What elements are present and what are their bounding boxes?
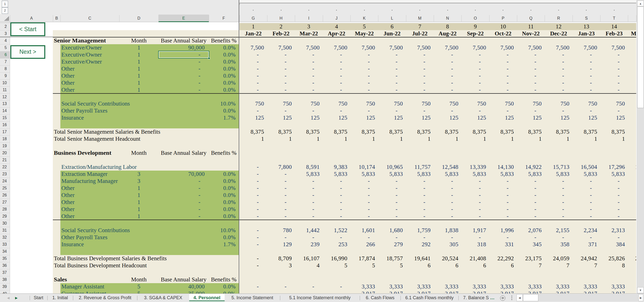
next-button[interactable]: Next > [10, 45, 45, 59]
row-header-36[interactable]: 36 [0, 262, 10, 269]
row-header-3[interactable]: 3 [0, 30, 10, 37]
sheet-tab-7-balance-s[interactable]: 7. Balance S … [458, 294, 499, 301]
benefits-cell[interactable]: 0.0% [209, 206, 239, 213]
row-header-21[interactable]: 21 [0, 157, 10, 164]
row-label[interactable]: Social Security Contributions [61, 100, 119, 107]
benefits-cell[interactable]: 0.0% [209, 107, 239, 114]
salary-cell[interactable]: - [158, 192, 209, 199]
benefits-cell[interactable]: 0.0% [209, 86, 239, 93]
row-label[interactable]: Executive/Owner [61, 44, 119, 51]
salary-cell[interactable]: - [158, 65, 209, 72]
benefits-cell[interactable]: 0.0% [209, 192, 239, 199]
row-header-39[interactable]: 39 [0, 283, 10, 290]
row-label[interactable]: Insurance [61, 114, 119, 121]
month-cell[interactable]: 3 [119, 171, 158, 178]
selection-fill-handle[interactable] [208, 57, 210, 59]
row-header-13[interactable]: 13 [0, 100, 10, 107]
row-label[interactable]: Social Security Contributions [61, 227, 119, 234]
column-header-J[interactable]: J [323, 15, 350, 22]
row-header-2[interactable]: 2 [0, 23, 10, 30]
benefits-cell[interactable]: 0.0% [209, 72, 239, 79]
column-header-G[interactable]: G [239, 15, 267, 22]
start-button[interactable]: < Start [10, 22, 45, 36]
row-header-9[interactable]: 9 [0, 72, 10, 79]
month-cell[interactable]: 3 [119, 178, 158, 185]
benefits-cell[interactable]: 0.0% [209, 51, 239, 58]
h-scrollbar-left-button[interactable]: ◀ [516, 294, 523, 301]
sheet-nav-right-icon[interactable]: ▶ [14, 294, 19, 302]
salary-cell[interactable]: - [158, 72, 209, 79]
month-cell[interactable]: 1 [119, 213, 158, 220]
month-cell[interactable]: 1 [119, 51, 158, 58]
row-label[interactable]: Other [61, 213, 119, 220]
row-header-23[interactable]: 23 [0, 171, 10, 178]
row-label[interactable]: Other [61, 79, 119, 86]
row-header-40[interactable]: 40 [0, 290, 10, 293]
column-header-T[interactable]: T [600, 15, 628, 22]
month-cell[interactable]: 1 [119, 79, 158, 86]
column-header-I[interactable]: I [295, 15, 323, 22]
column-header-A[interactable]: A [10, 15, 53, 22]
row-header-7[interactable]: 7 [0, 58, 10, 65]
row-header-32[interactable]: 32 [0, 234, 10, 241]
benefits-cell[interactable]: 0.0% [209, 79, 239, 86]
row-label[interactable]: Other Payroll Taxes [61, 234, 119, 241]
row-label[interactable]: Insurance [61, 241, 119, 248]
row-label[interactable]: Other [61, 86, 119, 93]
sheet-tab-5-1-income-statement-monthly[interactable]: 5.1 Income Statement monthly [280, 294, 360, 301]
v-scrollbar-thumb[interactable] [637, 7, 644, 108]
row-label[interactable]: Executive/Owner [61, 58, 119, 65]
row-label[interactable]: Manufacturing Manager [61, 178, 119, 185]
row-header-38[interactable]: 38 [0, 276, 10, 283]
column-header-B[interactable]: B [53, 15, 60, 22]
salary-cell[interactable]: - [158, 199, 209, 206]
salary-cell[interactable]: 90,000 [158, 44, 209, 51]
column-header-Q[interactable]: Q [517, 15, 545, 22]
v-scrollbar-down-button[interactable]: ▼ [637, 287, 644, 293]
sheet-tab-start[interactable]: Start [30, 294, 47, 301]
outline-level-button-1[interactable]: 1 [2, 1, 8, 7]
row-label[interactable]: Other [61, 206, 119, 213]
column-header-E[interactable]: E [158, 15, 209, 22]
row-label[interactable]: Other [61, 185, 119, 192]
row-header-12[interactable]: 12 [0, 93, 10, 100]
month-cell[interactable]: 1 [119, 206, 158, 213]
salary-cell[interactable]: - [158, 86, 209, 93]
h-scrollbar-thumb[interactable] [523, 294, 538, 301]
sheet-tab-1-initial[interactable]: 1. Initial [47, 294, 73, 301]
column-header-R[interactable]: R [545, 15, 572, 22]
month-cell[interactable]: 1 [119, 199, 158, 206]
salary-cell[interactable]: - [158, 178, 209, 185]
row-header-6[interactable]: 6 [0, 51, 10, 58]
row-header-20[interactable]: 20 [0, 149, 10, 157]
column-header-D[interactable]: D [119, 15, 158, 22]
row-header-31[interactable]: 31 [0, 227, 10, 234]
row-label[interactable]: Other Payroll Taxes [61, 107, 119, 114]
benefits-cell[interactable]: 0.0% [209, 283, 239, 290]
benefits-cell[interactable]: 0.0% [209, 171, 239, 178]
row-header-14[interactable]: 14 [0, 107, 10, 114]
column-header-C[interactable]: C [60, 15, 119, 22]
month-cell[interactable]: 1 [119, 58, 158, 65]
row-header-35[interactable]: 35 [0, 255, 10, 262]
row-label[interactable]: Other [61, 72, 119, 79]
v-scrollbar-up-button[interactable]: ▲ [637, 1, 644, 6]
benefits-cell[interactable]: 0.0% [209, 44, 239, 51]
sheet-tab-6-1-cash-flows-monthly[interactable]: 6.1 Cash Flows monthly [400, 294, 458, 301]
row-label[interactable]: Total Business Development Salaries & Be… [54, 255, 119, 262]
benefits-cell[interactable]: 0.0% [209, 213, 239, 220]
benefits-cell[interactable]: 0.0% [209, 199, 239, 206]
sheet-tab-3-sg-a-capex[interactable]: 3. SG&A & CAPEX [137, 294, 189, 301]
select-all-corner[interactable] [4, 16, 9, 21]
row-label[interactable]: Other [61, 65, 119, 72]
row-header-16[interactable]: 16 [0, 121, 10, 128]
row-header-17[interactable]: 17 [0, 128, 10, 135]
row-header-8[interactable]: 8 [0, 65, 10, 72]
salary-cell[interactable]: - [158, 185, 209, 192]
sheet-tab-5-income-statement[interactable]: 5. Income Statement [225, 294, 280, 301]
salary-cell[interactable]: - [158, 206, 209, 213]
sheet-nav-left-icon[interactable]: ◀ [6, 294, 11, 302]
row-header-24[interactable]: 24 [0, 178, 10, 185]
month-cell[interactable]: 1 [119, 192, 158, 199]
row-header-33[interactable]: 33 [0, 241, 10, 248]
